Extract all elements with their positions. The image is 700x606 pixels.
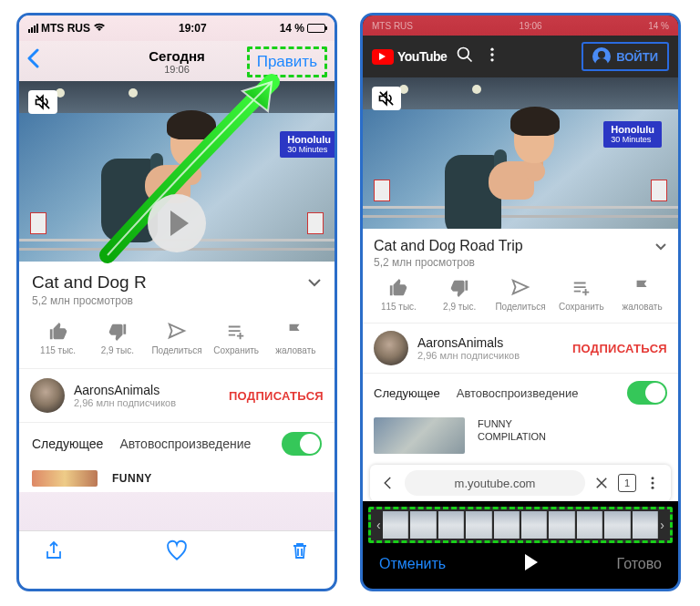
channel-row[interactable]: AaronsAnimals 2,96 млн подписчиков ПОДПИ… (363, 324, 678, 374)
favorite-button[interactable] (165, 539, 189, 566)
svg-point-0 (458, 48, 469, 59)
subscribe-button[interactable]: ПОДПИСАТЬСЯ (229, 389, 324, 403)
rec-thumbnail (32, 470, 98, 487)
login-button[interactable]: ВОЙТИ (582, 42, 669, 71)
carrier-label: MTS RUS (372, 21, 413, 31)
edit-button[interactable]: Править (247, 46, 327, 77)
svg-point-6 (652, 487, 654, 489)
report-button[interactable]: жаловать (612, 278, 673, 312)
mute-icon (28, 90, 57, 114)
more-icon[interactable] (483, 46, 501, 67)
channel-avatar (30, 378, 65, 413)
like-button[interactable]: 115 тыс. (368, 278, 429, 312)
station-sign: Honolulu 30 Minutes (280, 131, 335, 158)
wifi-icon (93, 22, 106, 35)
phone-right: MTS RUS 19:06 14 % YouTube ВОЙТИ Honolul… (360, 13, 681, 591)
recommended-row[interactable]: FUNNY COMPILATION (363, 412, 678, 459)
autoplay-label: Автовоспроизведение (119, 437, 251, 451)
battery-icon (307, 24, 325, 33)
channel-name: AaronsAnimals (74, 383, 176, 397)
trim-timeline[interactable]: ‹ › (368, 507, 673, 543)
play-button[interactable] (148, 194, 206, 252)
expand-icon[interactable] (654, 238, 667, 254)
battery-label: 14 % (648, 21, 669, 31)
recommended-row[interactable]: FUNNY (19, 465, 335, 492)
rec-title: FUNNY (112, 472, 152, 485)
dislike-button[interactable]: 2,9 тыс. (88, 322, 147, 355)
trim-timeline-wrap: ‹ › (368, 507, 673, 543)
url-field[interactable]: m.youtube.com (405, 470, 585, 496)
edit-toolbar: Отменить Готово (363, 543, 678, 585)
action-row: 115 тыс. 2,9 тыс. Поделиться Сохранить ж… (19, 311, 335, 369)
subscriber-count: 2,96 млн подписчиков (74, 397, 176, 408)
save-button[interactable]: Сохранить (207, 322, 266, 355)
avatar-icon (592, 47, 611, 66)
cancel-button[interactable]: Отменить (379, 556, 446, 572)
autoplay-toggle[interactable] (627, 381, 667, 405)
video-info: Cat and Dog R 5,2 млн просмотров (19, 262, 335, 311)
signal-icon (28, 24, 38, 33)
svg-point-1 (491, 48, 494, 51)
svg-point-4 (652, 477, 654, 479)
dislike-button[interactable]: 2,9 тыс. (429, 278, 490, 312)
phone-left: MTS RUS 19:07 14 % Сегодня 19:06 Править… (16, 13, 337, 591)
trim-handle-right[interactable]: › (660, 518, 664, 532)
video-title: Cat and Dog Road Trip (374, 238, 523, 254)
video-info: Cat and Dog Road Trip 5,2 млн просмотров (363, 229, 678, 271)
done-button[interactable]: Готово (617, 556, 662, 572)
next-row: Следующее Автовоспроизведение (19, 423, 335, 465)
autoplay-label: Автовоспроизведение (457, 386, 579, 400)
search-icon[interactable] (456, 46, 474, 67)
trim-handle-left[interactable]: ‹ (376, 518, 381, 532)
status-bar: MTS RUS 19:07 14 % (19, 15, 335, 41)
save-button[interactable]: Сохранить (551, 278, 612, 312)
carrier-label: MTS RUS (41, 22, 90, 35)
battery-label: 14 % (280, 22, 304, 35)
youtube-logo[interactable]: YouTube (372, 49, 447, 65)
svg-point-5 (652, 482, 654, 485)
nav-bar: Сегодня 19:06 Править (19, 41, 335, 81)
browser-back-button[interactable] (376, 475, 401, 491)
rec-title-1: FUNNY (478, 417, 546, 430)
bottom-toolbar (19, 530, 335, 572)
channel-avatar (374, 331, 408, 365)
share-button[interactable]: Поделиться (490, 278, 551, 312)
video-preview[interactable]: Honolulu 30 Minutes (363, 77, 678, 229)
channel-row[interactable]: AaronsAnimals 2,96 млн подписчиков ПОДПИ… (19, 369, 335, 423)
station-sign: Honolulu 30 Minutes (603, 121, 662, 148)
subscriber-count: 2,96 млн подписчиков (417, 350, 520, 361)
browser-more-button[interactable] (640, 475, 665, 491)
clock-label: 19:06 (520, 21, 542, 31)
svg-point-3 (491, 58, 494, 61)
share-sheet-button[interactable] (43, 539, 65, 565)
status-bar: MTS RUS 19:06 14 % (363, 15, 678, 36)
view-count: 5,2 млн просмотров (374, 256, 667, 269)
report-button[interactable]: жаловать (266, 322, 325, 355)
delete-button[interactable] (289, 539, 311, 565)
play-button[interactable] (525, 554, 538, 574)
like-button[interactable]: 115 тыс. (28, 322, 88, 355)
tab-count[interactable]: 1 (618, 474, 636, 492)
browser-bar: m.youtube.com 1 (370, 465, 671, 501)
subscribe-button[interactable]: ПОДПИСАТЬСЯ (572, 342, 667, 355)
up-next-label: Следующее (374, 386, 440, 400)
expand-icon[interactable] (307, 274, 322, 291)
action-row: 115 тыс. 2,9 тыс. Поделиться Сохранить ж… (363, 271, 678, 324)
browser-close-button[interactable] (589, 475, 614, 491)
view-count: 5,2 млн просмотров (32, 294, 322, 307)
autoplay-toggle[interactable] (282, 432, 322, 456)
video-title: Cat and Dog R (32, 272, 147, 293)
channel-name: AaronsAnimals (417, 335, 520, 350)
svg-point-2 (491, 53, 494, 56)
youtube-header: YouTube ВОЙТИ (363, 36, 678, 77)
rec-thumbnail (374, 417, 465, 454)
next-row: Следующее Автовоспроизведение (363, 374, 678, 412)
mute-icon (372, 87, 401, 110)
up-next-label: Следующее (32, 437, 103, 451)
rec-title-2: COMPILATION (478, 430, 546, 443)
clock-label: 19:07 (179, 22, 207, 35)
share-button[interactable]: Поделиться (147, 322, 206, 355)
